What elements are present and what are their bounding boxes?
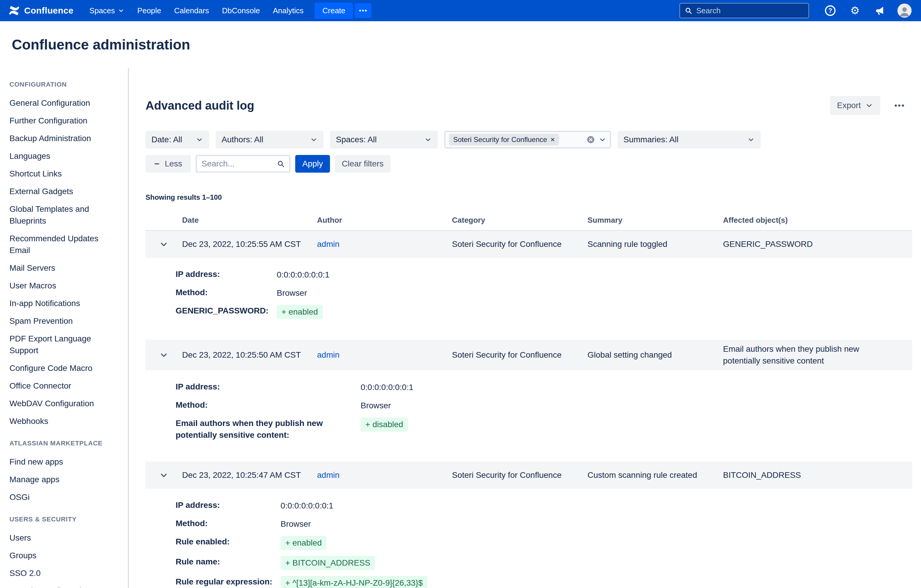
collapse-row-button[interactable]	[157, 237, 171, 251]
less-label: Less	[165, 159, 182, 169]
sidebar-item-webhooks[interactable]: Webhooks	[0, 413, 128, 430]
sidebar-item-users[interactable]: Users	[0, 529, 128, 547]
user-avatar[interactable]	[896, 2, 913, 19]
more-actions-button[interactable]: •••	[887, 96, 912, 115]
topnav-item-calendars[interactable]: Calendars	[168, 0, 216, 21]
spaces-filter-label: Spaces: All	[336, 135, 377, 145]
search-icon	[277, 159, 285, 168]
collapse-row-button[interactable]	[157, 348, 171, 362]
announcements-button[interactable]	[872, 2, 888, 19]
nav-more-menu-button[interactable]: •••	[355, 3, 371, 18]
sidebar-item-label: Configure Code Macro	[10, 364, 93, 373]
expand-column-header	[146, 216, 182, 225]
global-search-input[interactable]	[696, 6, 804, 15]
export-label: Export	[837, 101, 861, 110]
row-details: IP address: 0:0:0:0:0:0:0:1 Method: Brow…	[146, 258, 912, 332]
row-category: Soteri Security for Confluence	[452, 238, 587, 250]
sidebar-item-spam-prevention[interactable]: Spam Prevention	[0, 312, 128, 330]
authors-filter[interactable]: Authors: All	[216, 131, 324, 148]
audit-row[interactable]: Dec 23, 2022, 10:25:55 AM CST admin Sote…	[146, 231, 912, 258]
sidebar-item-security-configuration[interactable]: Security Configuration	[0, 582, 128, 588]
sidebar-section: USERS & SECURITY Users Groups SSO 2.0 Se…	[0, 515, 128, 588]
sidebar-item-manage-apps[interactable]: Manage apps	[0, 471, 128, 489]
detail-label: GENERIC_PASSWORD:	[176, 305, 268, 317]
create-button[interactable]: Create	[315, 3, 353, 19]
row-author-link[interactable]: admin	[317, 471, 339, 479]
search-icon	[685, 6, 692, 15]
nav-item-label: Calendars	[174, 6, 209, 15]
remove-tag-icon[interactable]: ×	[551, 135, 555, 144]
summaries-filter[interactable]: Summaries: All	[618, 131, 761, 148]
chevron-down-icon[interactable]	[599, 136, 606, 143]
detail-value: + enabled	[277, 305, 322, 319]
sidebar-item-user-macros[interactable]: User Macros	[0, 277, 128, 295]
topnav-item-people[interactable]: People	[131, 0, 168, 21]
filters-bar: Date: All Authors: All Spaces: All Soter…	[146, 131, 912, 148]
page-header: Confluence administration	[0, 21, 921, 68]
collapse-row-button[interactable]	[157, 468, 171, 482]
help-button[interactable]: ?	[822, 2, 838, 19]
less-filters-button[interactable]: − Less	[146, 155, 191, 173]
sidebar-item-languages[interactable]: Languages	[0, 147, 128, 165]
sidebar-item-office-connector[interactable]: Office Connector	[0, 377, 128, 395]
detail-label: Method:	[176, 287, 268, 299]
export-button[interactable]: Export	[830, 96, 880, 115]
sidebar-item-label: WebDAV Configuration	[10, 399, 94, 408]
row-details: IP address: 0:0:0:0:0:0:0:1 Method: Brow…	[146, 489, 912, 588]
sidebar-item-configure-code-macro[interactable]: Configure Code Macro	[0, 359, 128, 377]
sidebar-item-label: Find new apps	[10, 457, 63, 466]
category-filter-tag[interactable]: Soteri Security for Confluence ×	[449, 134, 559, 146]
sidebar-item-in-app-notifications[interactable]: In-app Notifications	[0, 295, 128, 312]
sidebar-item-further-configuration[interactable]: Further Configuration	[0, 112, 128, 130]
sidebar-item-general-configuration[interactable]: General Configuration	[0, 94, 128, 112]
sidebar-item-groups[interactable]: Groups	[0, 547, 128, 564]
sidebar-item-label: Security Configuration	[10, 586, 90, 588]
sidebar-item-label: OSGi	[10, 492, 29, 502]
topnav-item-spaces[interactable]: Spaces	[83, 0, 131, 21]
audit-row[interactable]: Dec 23, 2022, 10:25:47 AM CST admin Sote…	[146, 461, 912, 489]
detail-value-cell: Browser	[280, 518, 903, 530]
clear-selection-icon[interactable]	[586, 135, 595, 144]
audit-row[interactable]: Dec 23, 2022, 10:25:50 AM CST admin Sote…	[146, 339, 912, 370]
audit-log-entry: Dec 23, 2022, 10:25:55 AM CST admin Sote…	[146, 231, 912, 332]
detail-value: + BITCOIN_ADDRESS	[280, 556, 375, 570]
filter-search[interactable]	[195, 155, 291, 173]
column-header-category: Category	[452, 216, 587, 225]
filter-search-input[interactable]	[202, 159, 273, 169]
audit-table-body: Dec 23, 2022, 10:25:55 AM CST admin Sote…	[146, 231, 912, 588]
sidebar-item-pdf-export-language-support[interactable]: PDF Export Language Support	[0, 330, 128, 359]
sidebar-item-recommended-updates-email[interactable]: Recommended Updates Email	[0, 230, 128, 259]
sidebar-item-shortcut-links[interactable]: Shortcut Links	[0, 165, 128, 183]
global-search[interactable]	[679, 3, 809, 18]
spaces-filter[interactable]: Spaces: All	[330, 131, 438, 148]
detail-label: IP address:	[176, 381, 352, 393]
sidebar-item-webdav-configuration[interactable]: WebDAV Configuration	[0, 395, 128, 413]
topnav-item-analytics[interactable]: Analytics	[266, 0, 310, 21]
sidebar-item-find-new-apps[interactable]: Find new apps	[0, 453, 128, 471]
detail-label: Method:	[176, 399, 352, 411]
topnav-item-dbconsole[interactable]: DbConsole	[216, 0, 267, 21]
sidebar-section-heading: ATLASSIAN MARKETPLACE	[0, 440, 128, 447]
settings-button[interactable]: ⚙	[847, 2, 863, 19]
date-filter[interactable]: Date: All	[146, 131, 209, 148]
category-filter[interactable]: Soteri Security for Confluence ×	[444, 131, 611, 148]
row-author-link[interactable]: admin	[317, 350, 339, 359]
sidebar-item-sso-2-0[interactable]: SSO 2.0	[0, 564, 128, 582]
row-author-link[interactable]: admin	[317, 239, 339, 249]
chevron-down-icon	[159, 471, 169, 480]
detail-value-cell: + disabled	[361, 417, 903, 432]
sidebar-item-backup-administration[interactable]: Backup Administration	[0, 130, 128, 147]
sidebar-section: CONFIGURATION General Configuration Furt…	[0, 81, 128, 430]
more-horizontal-icon: •••	[359, 7, 368, 14]
detail-value-cell: 0:0:0:0:0:0:0:1	[277, 268, 903, 281]
confluence-home-link[interactable]: Confluence	[8, 5, 73, 16]
sidebar-item-external-gadgets[interactable]: External Gadgets	[0, 183, 128, 200]
sidebar-item-label: Groups	[10, 551, 37, 560]
sidebar-item-mail-servers[interactable]: Mail Servers	[0, 259, 128, 277]
sidebar-item-osgi[interactable]: OSGi	[0, 489, 128, 506]
sidebar-item-global-templates-and-blueprints[interactable]: Global Templates and Blueprints	[0, 200, 128, 230]
detail-label: Rule name:	[176, 556, 272, 568]
sidebar-item-label: External Gadgets	[10, 187, 73, 196]
apply-button[interactable]: Apply	[295, 155, 330, 173]
clear-filters-button[interactable]: Clear filters	[335, 155, 391, 173]
